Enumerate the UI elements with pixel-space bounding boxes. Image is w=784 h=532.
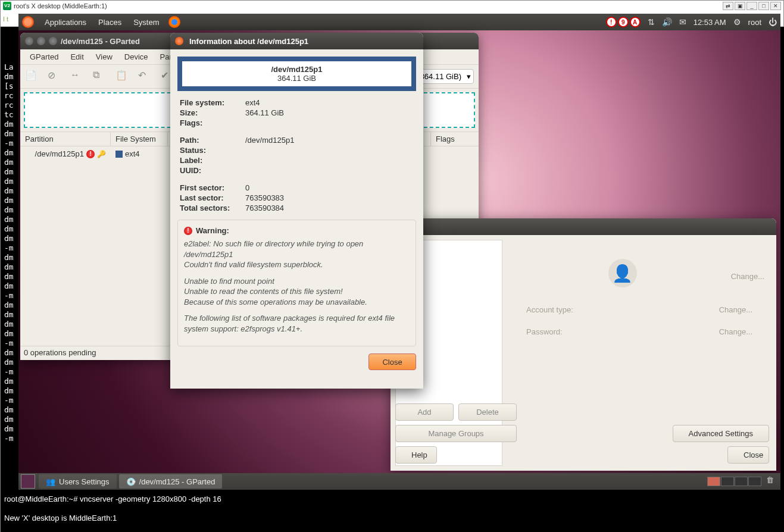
label-status: Status: [180,146,245,155]
window-maximize-icon[interactable] [49,37,57,45]
users-titlebar[interactable] [391,218,776,235]
gparted-title: /dev/md125 - GParted [61,37,140,46]
col-flags[interactable]: Flags [431,132,479,146]
indicator-apport-icon[interactable]: A [630,17,641,27]
warning-panel: ! Warning: e2label: No such file or dire… [177,220,416,346]
session-icon[interactable]: ⚙ [733,17,741,27]
label-label: Label: [180,156,245,165]
resize-icon[interactable]: ↔ [70,70,85,84]
key-icon: 🔑 [97,150,106,158]
delete-user-button[interactable]: Delete [458,403,517,421]
fs-color-icon [115,151,123,158]
workspace-4[interactable] [748,477,761,486]
menu-view[interactable]: View [90,52,118,61]
manage-groups-button[interactable]: Manage Groups [395,425,517,442]
avatar-icon[interactable]: 👤 [608,259,637,287]
show-desktop-icon[interactable] [21,474,35,489]
col-filesystem[interactable]: File System [111,132,168,146]
menu-gparted[interactable]: GParted [24,52,64,61]
window-minimize-icon[interactable] [37,37,45,45]
vnc-options-icon[interactable]: ⇄ [723,2,733,10]
advanced-settings-button[interactable]: Advanced Settings [673,425,769,442]
vnc-maximize-button[interactable]: □ [758,2,769,10]
partition-summary-box: /dev/md125p1 364.11 GiB [177,57,416,91]
delete-icon[interactable]: ⊘ [48,70,62,84]
label-flags: Flags: [180,118,245,127]
value-last: 763590383 [245,193,284,202]
value-total: 763590384 [245,204,284,212]
mail-icon[interactable]: ✉ [679,17,686,27]
paste-icon[interactable]: 📋 [115,70,130,84]
volume-icon[interactable]: 🔊 [662,17,672,27]
col-partition[interactable]: Partition [20,132,111,146]
task-gparted[interactable]: 💽 /dev/md125 - GParted [119,474,223,489]
change-name-button[interactable]: Change... [731,272,764,281]
label-last: Last sector: [180,193,245,202]
indicator-updates-icon[interactable]: 9 [618,17,629,27]
vnc-title: root's X desktop (MiddleEarth:1) [14,2,107,10]
clock[interactable]: 12:53 AM [694,18,726,27]
vnc-fullscreen-icon[interactable]: ▣ [735,2,745,10]
window-close-icon[interactable] [25,37,33,45]
menu-edit[interactable]: Edit [64,52,89,61]
partition-name: /dev/md125p1 [35,149,84,158]
users-close-button[interactable]: Close [727,446,769,464]
partition-info-dialog: Information about /dev/md125p1 /dev/md12… [170,33,423,389]
label-first: First sector: [180,183,245,192]
warn-line-1: e2label: No such file or directory while… [184,239,363,259]
device-selector[interactable]: 364.11 GiB) [415,69,474,84]
vnc-close-button[interactable]: ✕ [770,2,781,10]
warn-line-3: Unable to find mount point [184,277,274,286]
term-line-1: root@MiddleEarth:~# vncserver -geometry … [4,495,221,503]
password-label: Password: [526,327,563,336]
change-password-button[interactable]: Change... [719,327,752,336]
value-size: 364.11 GiB [245,108,284,117]
value-first: 0 [245,183,249,192]
users-settings-window: 👤 Change... Account type: Change... Pass… [391,218,776,471]
workspace-3[interactable] [735,477,748,486]
vnc-titlebar[interactable]: V2 root's X desktop (MiddleEarth:1) ⇄ ▣ … [1,1,783,11]
workspace-switcher[interactable] [707,477,761,486]
new-icon[interactable]: 📄 [25,70,39,84]
info-titlebar[interactable]: Information about /dev/md125p1 [170,33,423,49]
indicator-alert-icon[interactable]: ! [606,17,617,27]
info-close-button[interactable]: Close [368,353,416,370]
change-account-button[interactable]: Change... [719,305,752,314]
dialog-close-icon[interactable] [175,37,183,45]
account-type-label: Account type: [526,305,573,314]
label-total: Total sectors: [180,204,245,212]
ubuntu-logo-icon[interactable] [22,16,34,28]
network-icon[interactable]: ⇅ [648,17,655,27]
add-user-button[interactable]: Add [395,403,454,421]
browser-tab-fragment: I t [3,15,8,23]
applications-menu[interactable]: Applications [39,18,92,27]
system-menu[interactable]: System [127,18,165,27]
menu-device[interactable]: Device [118,52,154,61]
term-line-2: New 'X' desktop is MiddleEarth:1 [4,514,117,522]
vnc-minimize-button[interactable]: _ [746,2,757,10]
power-icon[interactable]: ⏻ [769,17,777,27]
host-terminal[interactable]: root@MiddleEarth:~# vncserver -geometry … [1,491,784,531]
partition-box-name: /dev/md125p1 [271,65,323,74]
label-size: Size: [180,108,245,117]
workspace-2[interactable] [721,477,734,486]
warn-line-2: Couldn't find valid filesystem superbloc… [184,260,323,269]
label-fs: File system: [180,98,245,107]
partition-box-size: 364.11 GiB [277,74,316,83]
warn-line-5: Because of this some operations may be u… [184,298,367,306]
copy-icon[interactable]: ⧉ [93,70,107,84]
value-path: /dev/md125p1 [245,136,294,145]
warn-line-6: The following list of software packages … [184,313,410,334]
help-button[interactable]: Help [395,446,437,464]
user-menu[interactable]: root [748,18,761,27]
firefox-icon[interactable] [168,16,180,28]
ubuntu-desktop: Applications Places System ! 9 A ⇅ 🔊 ✉ 1… [18,14,780,490]
places-menu[interactable]: Places [92,18,127,27]
undo-icon[interactable]: ↶ [138,70,152,84]
gparted-task-icon: 💽 [126,477,136,486]
warning-label: Warning: [196,226,229,235]
trash-icon[interactable]: 🗑 [766,475,777,487]
workspace-1[interactable] [707,477,720,486]
warning-icon: ! [86,150,95,158]
task-users-settings[interactable]: 👥 Users Settings [39,474,117,489]
